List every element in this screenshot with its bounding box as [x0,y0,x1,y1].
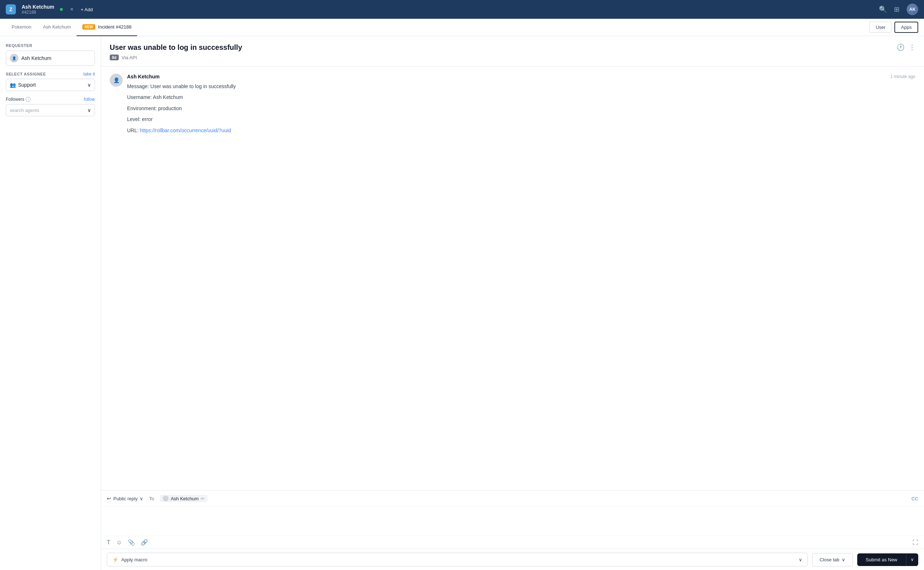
ticket-age-badge: 8d [110,55,119,60]
user-tab-button[interactable]: User [869,21,892,33]
submit-chevron-button[interactable]: ∨ [906,553,918,566]
recipient-name: Ash Ketchum [171,496,199,501]
ticket-actions: 🕐 ⋮ [897,43,915,51]
tab-bar: Pokemon Ash Ketchum NEW Incident #42188 … [0,19,924,36]
avatar-initials: AK [909,7,915,12]
tab-new-badge: NEW [82,24,95,30]
link-icon[interactable]: 🔗 [141,539,148,546]
message-line-4: Level: error [127,115,915,123]
ticket-more-icon[interactable]: ⋮ [909,43,915,51]
search-agents-dropdown[interactable]: search agents ∨ [6,104,95,116]
submit-button-group: Submit as New ∨ [857,553,918,566]
reply-area: ↩ Public reply ∨ To Ash Ketchum ✏ CC T ☺… [101,490,924,549]
message-thread: 👤 Ash Ketchum 1 minute ago Message: User… [101,66,924,490]
message-header: Ash Ketchum 1 minute ago [127,74,915,80]
tab-incident-label: Incident #42188 [98,24,132,30]
take-it-link[interactable]: take it [83,72,95,77]
ticket-tab-info: Ash Ketchum #42188 [21,4,54,15]
emoji-icon[interactable]: ☺ [116,539,122,546]
add-button[interactable]: + Add [81,7,93,12]
close-tab-icon[interactable]: × [69,5,75,14]
ticket-id: #42188 [21,10,54,15]
followers-info-icon: i [26,97,31,102]
tab-pokemon[interactable]: Pokemon [6,19,37,36]
top-bar-actions: 🔍 ⊞ AK [879,4,918,15]
followers-label-text: Followers [6,97,24,102]
followers-label-area: Followers i [6,97,31,102]
requester-label: Requester [6,43,95,48]
tab-ash-ketchum-label: Ash Ketchum [43,24,71,30]
assignee-label: Select assignee [6,72,46,76]
bottom-bar: ⚡ Apply macro ∨ Close tab ∨ Submit as Ne… [101,549,924,570]
ticket-header: User was unable to log in successfully 8… [101,36,924,66]
apply-macro-button[interactable]: ⚡ Apply macro ∨ [107,553,808,566]
requester-name: Ash Ketchum [21,55,51,61]
online-dot [60,8,63,11]
main-layout: Requester 👤 Ash Ketchum Select assignee … [0,36,924,570]
submit-as-new-button[interactable]: Submit as New [857,553,906,566]
assignee-chevron-icon: ∨ [87,82,91,88]
message-time: 1 minute ago [890,74,915,79]
reply-arrow-icon: ↩ [107,496,111,501]
message-url-link[interactable]: https://rollbar.com/occurrence/uuid/?uui… [140,127,231,133]
message-author: Ash Ketchum [127,74,160,80]
tab-pokemon-label: Pokemon [12,24,31,30]
text-format-icon[interactable]: T [107,539,110,546]
recipient-dot [163,496,168,501]
attach-icon[interactable]: 📎 [128,539,135,546]
ticket-title: User was unable to log in successfully [110,43,897,52]
tab-bar-right: User Apps [869,21,918,33]
search-agents-chevron-icon: ∨ [87,107,91,113]
ticket-via-text: Via API [122,55,137,60]
public-reply-button[interactable]: ↩ Public reply ∨ [107,496,143,501]
message-item: 👤 Ash Ketchum 1 minute ago Message: User… [110,74,915,137]
grid-icon[interactable]: ⊞ [894,5,900,13]
followers-section: Followers i follow search agents ∨ [6,97,95,116]
logo-icon: Z [6,4,16,14]
cc-link[interactable]: CC [911,496,918,501]
top-bar: Z Ash Ketchum #42188 × + Add 🔍 ⊞ AK [0,0,924,19]
apps-tab-button[interactable]: Apps [894,21,918,33]
recipient-edit-icon[interactable]: ✏ [201,496,205,501]
reply-toolbar: T ☺ 📎 🔗 ⛶ [101,536,924,549]
assignee-section: Select assignee take it 👥 Support ∨ [6,72,95,91]
fullscreen-icon[interactable]: ⛶ [912,539,918,546]
message-body: Message: User was unable to log in succe… [127,82,915,134]
ticket-history-icon[interactable]: 🕐 [897,43,904,51]
macro-chevron-icon: ∨ [799,557,802,562]
followers-header: Followers i follow [6,97,95,102]
assignee-value-area: 👥 Support [10,82,36,88]
message-content: Ash Ketchum 1 minute ago Message: User w… [127,74,915,137]
assignee-dropdown[interactable]: 👥 Support ∨ [6,79,95,91]
assignee-people-icon: 👥 [10,82,16,88]
recipient-tag[interactable]: Ash Ketchum ✏ [160,495,208,502]
search-icon[interactable]: 🔍 [879,5,887,13]
assignee-header: Select assignee take it [6,72,95,77]
requester-field[interactable]: 👤 Ash Ketchum [6,51,95,66]
close-tab-chevron-icon: ∨ [842,557,845,562]
avatar[interactable]: AK [907,4,918,15]
ticket-meta: 8d Via API [110,55,897,60]
close-tab-label: Close tab [820,557,840,562]
close-tab-button[interactable]: Close tab ∨ [812,553,853,566]
reply-type-label: Public reply [113,496,137,501]
reply-header: ↩ Public reply ∨ To Ash Ketchum ✏ CC [101,490,924,507]
search-agents-placeholder: search agents [10,108,39,113]
sidebar: Requester 👤 Ash Ketchum Select assignee … [0,36,101,570]
message-avatar: 👤 [110,74,123,87]
tab-incident[interactable]: NEW Incident #42188 [76,19,137,36]
message-line-1: Message: User was unable to log in succe… [127,82,915,90]
assignee-value: Support [18,82,36,88]
to-label: To [149,496,154,501]
ticket-user-name: Ash Ketchum [21,4,54,10]
logo: Z [6,4,16,14]
macro-left: ⚡ Apply macro [112,557,147,562]
ticket-title-area: User was unable to log in successfully 8… [110,43,897,60]
message-line-3: Environment: production [127,104,915,112]
tab-ash-ketchum[interactable]: Ash Ketchum [37,19,76,36]
requester-avatar-icon: 👤 [10,54,18,63]
reply-body-input[interactable] [101,507,924,536]
follow-link[interactable]: follow [84,97,95,102]
reply-chevron-icon: ∨ [140,496,143,501]
macro-icon: ⚡ [112,557,118,562]
